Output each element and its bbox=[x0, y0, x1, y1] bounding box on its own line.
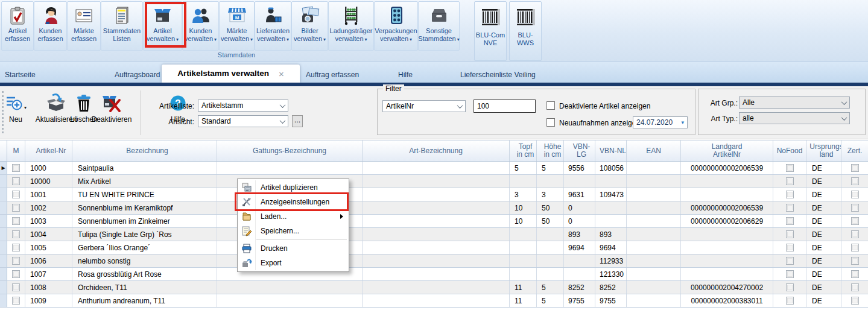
cell-m[interactable] bbox=[7, 255, 25, 267]
checkbox-unchecked[interactable] bbox=[786, 297, 794, 305]
checkbox-unchecked[interactable] bbox=[851, 217, 859, 225]
cell-zert[interactable] bbox=[841, 268, 868, 280]
checkbox-unchecked[interactable] bbox=[12, 257, 20, 265]
checkbox-unchecked[interactable] bbox=[851, 297, 859, 305]
ribbon-button-artikel-verwalten[interactable]: Artikel verwalten▾ bbox=[143, 1, 182, 51]
checkbox-unchecked[interactable] bbox=[12, 270, 20, 278]
tab-auftrag-erfassen[interactable]: Auftrag erfassen bbox=[306, 67, 359, 83]
cell-m[interactable] bbox=[7, 241, 25, 254]
ribbon-button-blu-wws[interactable]: BLU- WWS bbox=[509, 1, 542, 61]
close-icon[interactable]: × bbox=[279, 69, 284, 78]
menu-item-laden[interactable]: Laden... bbox=[238, 209, 349, 224]
menu-item-anzeigeeinstellungen[interactable]: Anzeigeeinstellungen bbox=[238, 195, 349, 209]
checkbox-unchecked[interactable] bbox=[851, 191, 859, 198]
cell-m[interactable] bbox=[7, 228, 25, 241]
checkbox-unchecked[interactable] bbox=[12, 230, 20, 238]
cell-m[interactable] bbox=[7, 201, 25, 214]
cell-nofood[interactable] bbox=[773, 162, 806, 174]
checkbox-unchecked[interactable] bbox=[786, 204, 794, 212]
show-new-since-checkbox[interactable] bbox=[546, 118, 555, 127]
menu-item-export[interactable]: Export bbox=[238, 256, 349, 270]
table-row-10000[interactable]: 10000Mix ArtikelDE bbox=[0, 175, 868, 188]
checkbox-unchecked[interactable] bbox=[786, 217, 794, 225]
column-header-ean[interactable]: EAN bbox=[627, 141, 681, 161]
menu-item-speichern[interactable]: Speichern... bbox=[238, 224, 349, 238]
cell-zert[interactable] bbox=[841, 175, 868, 188]
artikelliste-select[interactable]: Artikelstamm bbox=[198, 100, 288, 112]
tab-hilfe[interactable]: Hilfe bbox=[398, 67, 413, 83]
table-row-1004[interactable]: 1004Tulipa (Single Late Grp) ´Ros893893D… bbox=[0, 228, 868, 241]
checkbox-unchecked[interactable] bbox=[851, 204, 859, 212]
checkbox-unchecked[interactable] bbox=[851, 164, 859, 172]
ribbon-button-lieferanten-verwalten[interactable]: Lieferanten verwalten▾ bbox=[255, 1, 291, 51]
checkbox-unchecked[interactable] bbox=[786, 177, 794, 185]
checkbox-unchecked[interactable] bbox=[851, 230, 859, 238]
cell-m[interactable] bbox=[7, 175, 25, 188]
table-row-1009[interactable]: 1009Anthurium andreanum, T11115975597550… bbox=[0, 294, 868, 308]
deaktivieren-button[interactable]: Deaktivieren bbox=[88, 92, 135, 124]
checkbox-unchecked[interactable] bbox=[851, 177, 859, 185]
cell-nofood[interactable] bbox=[773, 188, 806, 201]
checkbox-unchecked[interactable] bbox=[786, 191, 794, 198]
cell-nofood[interactable] bbox=[773, 281, 806, 294]
cell-zert[interactable] bbox=[841, 241, 868, 254]
checkbox-unchecked[interactable] bbox=[786, 244, 794, 251]
ribbon-button-verpackungen-verwalten[interactable]: Verpackungen verwalten▾ bbox=[374, 1, 418, 51]
column-header-ursprungs-land[interactable]: Ursprungs land bbox=[806, 141, 841, 161]
cell-nofood[interactable] bbox=[773, 255, 806, 267]
checkbox-unchecked[interactable] bbox=[786, 164, 794, 172]
cell-m[interactable] bbox=[7, 162, 25, 174]
checkbox-unchecked[interactable] bbox=[786, 283, 794, 291]
table-row-1007[interactable]: 1007Rosa grossblütig Art Rose121330DE bbox=[0, 268, 868, 281]
cell-nofood[interactable] bbox=[773, 268, 806, 280]
ribbon-button-ladungsträger-verwalten[interactable]: Ladungsträger verwalten▾ bbox=[328, 1, 374, 51]
checkbox-unchecked[interactable] bbox=[851, 270, 859, 278]
ribbon-button-artikel-erfassen[interactable]: Artikel erfassen bbox=[1, 1, 34, 51]
column-header-artikel-nr[interactable]: Artikel-Nr bbox=[25, 141, 72, 161]
cell-zert[interactable] bbox=[841, 255, 868, 267]
cell-nofood[interactable] bbox=[773, 175, 806, 188]
table-row-1001[interactable]: 1001TU EN WHITE PRINCE339631109473DE bbox=[0, 188, 868, 201]
checkbox-unchecked[interactable] bbox=[12, 297, 20, 305]
cell-zert[interactable] bbox=[841, 228, 868, 241]
table-row-1008[interactable]: 1008Orchideen, T111158252825200000000200… bbox=[0, 281, 868, 294]
column-header-landgard-artikelnr[interactable]: Landgard ArtikelNr bbox=[681, 141, 773, 161]
cell-nofood[interactable] bbox=[773, 215, 806, 227]
checkbox-unchecked[interactable] bbox=[12, 217, 20, 225]
column-header-vbn-lg[interactable]: VBN-LG bbox=[564, 141, 595, 161]
cell-zert[interactable] bbox=[841, 294, 868, 307]
column-header-nofood[interactable]: NoFood bbox=[773, 141, 806, 161]
cell-nofood[interactable] bbox=[773, 294, 806, 307]
cell-m[interactable] bbox=[7, 281, 25, 294]
checkbox-unchecked[interactable] bbox=[786, 230, 794, 238]
checkbox-unchecked[interactable] bbox=[12, 283, 20, 291]
cell-m[interactable] bbox=[7, 294, 25, 307]
cell-m[interactable] bbox=[7, 215, 25, 227]
cell-nofood[interactable] bbox=[773, 241, 806, 254]
ribbon-button-blu-com-nve[interactable]: BLU-Com NVE bbox=[474, 1, 507, 61]
table-row-1000[interactable]: ▶1000Saintpaulia559556108056000000000002… bbox=[0, 162, 868, 175]
cell-nofood[interactable] bbox=[773, 228, 806, 241]
column-header-höhe-in-cm[interactable]: Höhe in cm bbox=[537, 141, 564, 161]
checkbox-unchecked[interactable] bbox=[12, 191, 20, 198]
column-header-topf-in-cm[interactable]: Topf in cm bbox=[510, 141, 537, 161]
ribbon-button-sonstige-stammdaten[interactable]: Sonstige Stammdaten▾ bbox=[418, 1, 460, 51]
checkbox-unchecked[interactable] bbox=[786, 257, 794, 265]
cell-zert[interactable] bbox=[841, 162, 868, 174]
filter-search-input[interactable] bbox=[474, 100, 536, 113]
checkbox-unchecked[interactable] bbox=[786, 270, 794, 278]
table-row-1002[interactable]: 1002Sonnenblume im Keramiktopf1050000000… bbox=[0, 201, 868, 215]
checkbox-unchecked[interactable] bbox=[851, 244, 859, 251]
column-header-m[interactable]: M bbox=[7, 141, 25, 161]
tab-lieferscheinliste-veiling[interactable]: Lieferscheinliste Veiling bbox=[460, 67, 536, 83]
cell-zert[interactable] bbox=[841, 201, 868, 214]
column-header-gattungs-bezeichnung[interactable]: Gattungs-Bezeichnung bbox=[217, 141, 363, 161]
tab-artikelstamm-verwalten[interactable]: Artikelstamm verwalten× bbox=[162, 65, 300, 83]
filter-field-select[interactable]: ArtikelNr bbox=[382, 100, 466, 112]
checkbox-unchecked[interactable] bbox=[12, 204, 20, 212]
column-header-zert[interactable]: Zert. bbox=[841, 141, 868, 161]
checkbox-unchecked[interactable] bbox=[12, 164, 20, 172]
tab-auftragsboard[interactable]: Auftragsboard bbox=[115, 67, 160, 83]
menu-item-artikel-duplizieren[interactable]: Artikel duplizieren bbox=[238, 180, 349, 195]
ribbon-button-märkte-verwalten[interactable]: MMärkte verwalten▾ bbox=[219, 1, 255, 51]
